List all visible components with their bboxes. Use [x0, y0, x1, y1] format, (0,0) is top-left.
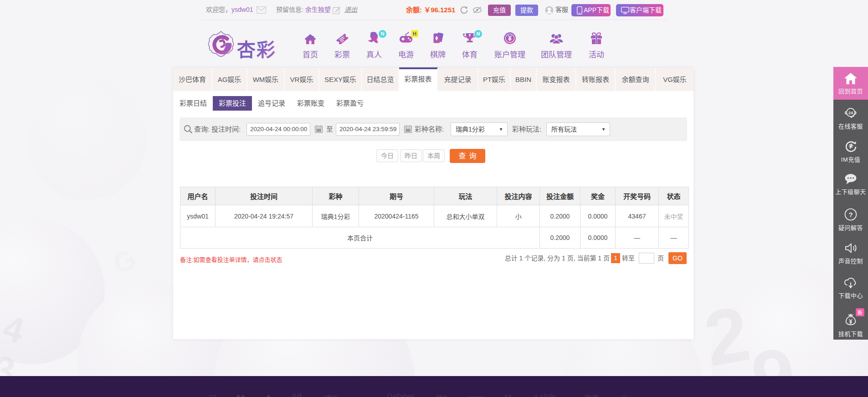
svg-text:?: ? — [848, 211, 853, 219]
svg-text:24: 24 — [848, 110, 853, 115]
